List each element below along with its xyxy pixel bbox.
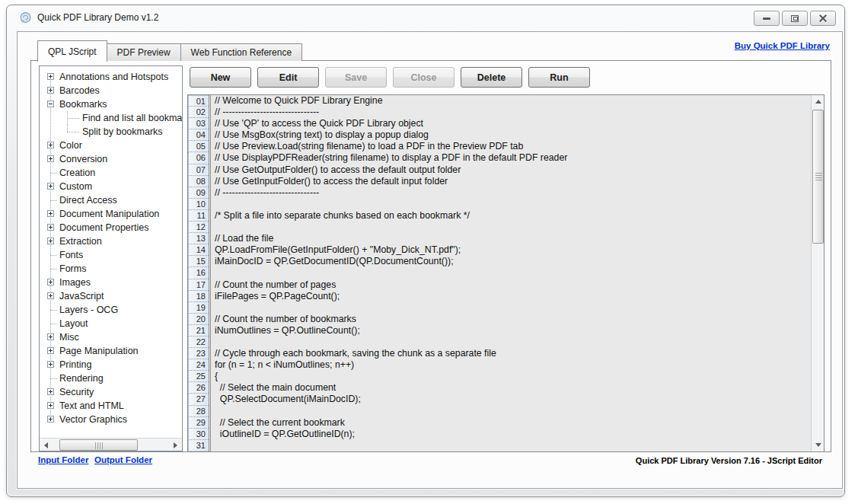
tree-item-bookmarks[interactable]: Bookmarks	[40, 97, 182, 111]
tree-item-find-and-list-all-bookmark[interactable]: Find and list all bookmark	[40, 111, 182, 125]
tree-leaf-stub	[50, 310, 57, 311]
tab-pdf-preview[interactable]: PDF Preview	[107, 43, 181, 61]
expander-plus-icon[interactable]	[47, 155, 54, 162]
tree-item-document-manipulation[interactable]: Document Manipulation	[40, 207, 182, 221]
minimize-button[interactable]	[754, 11, 780, 26]
expander-plus-icon[interactable]	[47, 388, 54, 395]
tree-leaf-stub	[67, 118, 79, 119]
tree-item-layers-ocg[interactable]: Layers - OCG	[40, 303, 182, 317]
line-number: 03	[188, 118, 209, 129]
tab-web-function-reference[interactable]: Web Function Reference	[180, 43, 303, 61]
maximize-button[interactable]	[782, 11, 808, 26]
line-number: 22	[188, 337, 209, 348]
tree-item-extraction[interactable]: Extraction	[40, 234, 182, 248]
expander-plus-icon[interactable]	[47, 224, 54, 231]
code-lines[interactable]: 01// Welcome to Quick PDF Library Engine…	[188, 95, 811, 451]
tree-item-javascript[interactable]: JavaScript	[40, 289, 182, 303]
edit-button[interactable]: Edit	[257, 67, 319, 88]
code-line: 09// -------------------------------	[188, 187, 811, 199]
tab-page-qpl-jscript: Annotations and HotspotsBarcodesBookmark…	[30, 60, 831, 452]
code-editor[interactable]: 01// Welcome to Quick PDF Library Engine…	[187, 94, 825, 452]
expander-plus-icon[interactable]	[47, 361, 54, 368]
hscroll-thumb[interactable]	[59, 439, 138, 451]
code-text	[209, 406, 811, 417]
tree-item-rendering[interactable]: Rendering	[40, 372, 182, 385]
tree-item-layout[interactable]: Layout	[40, 317, 182, 330]
expander-plus-icon[interactable]	[47, 292, 54, 299]
tree-item-creation[interactable]: Creation	[40, 166, 182, 180]
input-folder-link[interactable]: Input Folder	[38, 455, 88, 464]
editor-vscrollbar[interactable]	[811, 95, 824, 451]
expander-plus-icon[interactable]	[47, 183, 54, 190]
run-button[interactable]: Run	[528, 67, 590, 88]
scroll-up-button[interactable]	[812, 95, 825, 108]
line-number: 31	[188, 440, 209, 451]
code-line: 04// Use MsgBox(string text) to display …	[188, 129, 811, 141]
tree-item-images[interactable]: Images	[40, 276, 182, 289]
tree-item-vector-graphics[interactable]: Vector Graphics	[40, 413, 182, 426]
expander-plus-icon[interactable]	[47, 87, 54, 94]
scroll-down-button[interactable]	[812, 439, 825, 451]
line-number: 29	[188, 417, 209, 429]
tree-item-label: Conversion	[59, 154, 107, 164]
code-text: iNumOutlines = QP.OutlineCount();	[209, 325, 811, 337]
line-number: 08	[188, 176, 209, 187]
tree-item-label: Images	[59, 277, 91, 288]
tree-item-barcodes[interactable]: Barcodes	[40, 84, 182, 97]
expander-plus-icon[interactable]	[47, 142, 54, 148]
expander-plus-icon[interactable]	[47, 210, 54, 217]
tree-item-forms[interactable]: Forms	[40, 262, 182, 276]
scroll-right-button[interactable]	[169, 439, 182, 451]
tree-item-direct-access[interactable]: Direct Access	[40, 193, 182, 207]
tree-item-security[interactable]: Security	[40, 385, 182, 399]
code-text: /* Split a file into separate chunks bas…	[209, 210, 811, 222]
code-line: 30 iOutlineID = QP.GetOutlineID(n);	[188, 429, 811, 440]
line-number: 27	[188, 394, 209, 405]
code-line: 03// Use 'QP' to access the Quick PDF Li…	[188, 118, 811, 129]
tree-item-split-by-bookmarks[interactable]: Split by bookmarks	[40, 125, 182, 139]
expander-plus-icon[interactable]	[47, 416, 54, 423]
tree-item-conversion[interactable]: Conversion	[40, 152, 182, 166]
vscroll-thumb[interactable]	[812, 110, 824, 244]
tree-item-label: Annotations and Hotspots	[59, 72, 168, 82]
code-text: {	[209, 371, 811, 382]
tree-item-label: Document Properties	[59, 222, 148, 233]
code-line: 01// Welcome to Quick PDF Library Engine	[188, 95, 811, 107]
tree-item-text-and-html[interactable]: Text and HTML	[40, 399, 182, 413]
minimize-icon	[763, 18, 770, 20]
desktop: Quick PDF Library Demo v1.2 Buy Quick PD…	[0, 0, 858, 504]
expander-plus-icon[interactable]	[47, 402, 54, 409]
expander-plus-icon[interactable]	[47, 279, 54, 285]
tab-qpl-jscript[interactable]: QPL JScript	[37, 40, 107, 62]
close-button[interactable]	[810, 11, 836, 26]
expander-plus-icon[interactable]	[47, 333, 54, 340]
expander-plus-icon[interactable]	[47, 347, 54, 354]
code-line: 07// Use GetOutputFolder() to access the…	[188, 164, 811, 176]
tree-item-color[interactable]: Color	[40, 139, 182, 152]
expander-plus-icon[interactable]	[47, 238, 54, 244]
tree-item-annotations-and-hotspots[interactable]: Annotations and Hotspots	[40, 70, 182, 84]
close-button[interactable]: Close	[393, 67, 455, 88]
client-area: Buy Quick PDF Library QPL JScriptPDF Pre…	[17, 31, 843, 489]
code-line: 17// Count the number of pages	[188, 279, 811, 291]
output-folder-link[interactable]: Output Folder	[94, 455, 152, 464]
scroll-left-button[interactable]	[40, 439, 53, 451]
tree-item-fonts[interactable]: Fonts	[40, 248, 182, 262]
code-text: // Cycle through each bookmark, saving t…	[209, 348, 811, 359]
expander-plus-icon[interactable]	[47, 73, 54, 80]
tree-item-printing[interactable]: Printing	[40, 358, 182, 372]
tree-item-label: Bookmarks	[59, 99, 107, 110]
tree-item-page-manipulation[interactable]: Page Manipulation	[40, 344, 182, 358]
tree-item-custom[interactable]: Custom	[40, 180, 182, 193]
tree-leaf-stub	[50, 269, 57, 270]
tree-item-misc[interactable]: Misc	[40, 330, 182, 344]
buy-link[interactable]: Buy Quick PDF Library	[735, 41, 830, 50]
code-text: // Use GetOutputFolder() to access the d…	[209, 164, 811, 176]
title-bar[interactable]: Quick PDF Library Demo v1.2	[7, 5, 844, 30]
tree-item-document-properties[interactable]: Document Properties	[40, 221, 182, 234]
save-button[interactable]: Save	[325, 67, 387, 88]
expander-minus-icon[interactable]	[47, 100, 54, 107]
tree-hscrollbar[interactable]	[40, 438, 182, 451]
delete-button[interactable]: Delete	[461, 67, 522, 88]
new-button[interactable]: New	[190, 67, 251, 88]
